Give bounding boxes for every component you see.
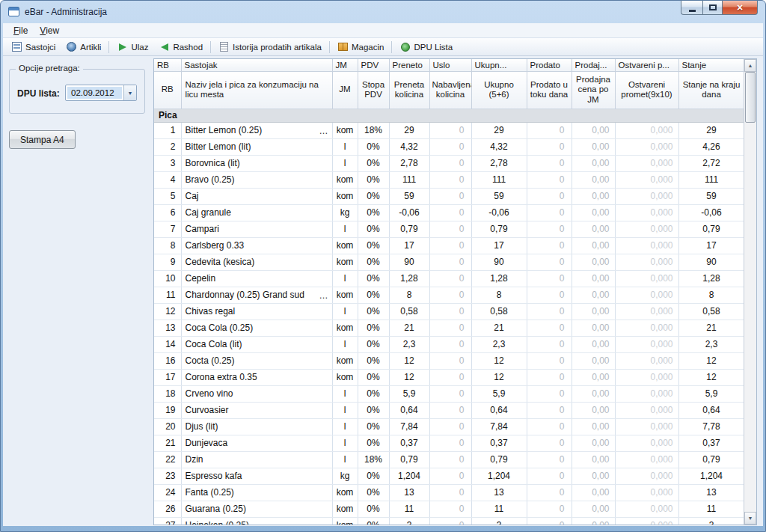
table-row[interactable]: 24 Fanta (0.25) kom 0% 13 0 13 0 0,00 0,… <box>154 484 744 501</box>
cell-prodato: 0 <box>527 336 572 352</box>
table-row[interactable]: 10 Cepelin l 0% 1,28 0 1,28 0 0,00 0,000… <box>154 270 744 287</box>
cell-name-text: Caj <box>186 191 199 201</box>
toolbar-button-artikli[interactable]: Artikli <box>61 39 106 55</box>
cell-jm: kom <box>332 517 358 525</box>
scroll-up-button[interactable]: ▲ <box>744 59 756 72</box>
table-row[interactable]: 16 Cocta (0.25) kom 0% 12 0 12 0 0,00 0,… <box>154 352 744 369</box>
cell-uslo: 0 <box>429 468 471 484</box>
cell-prodato: 0 <box>527 435 572 451</box>
print-a4-button[interactable]: Stampa A4 <box>9 130 76 149</box>
table-row[interactable]: 21 Dunjevaca l 0% 0,37 0 0,37 0 0,00 0,0… <box>154 435 744 451</box>
table-row[interactable]: 20 Djus (lit) l 0% 7,84 0 7,84 0 0,00 0,… <box>154 418 744 435</box>
toolbar-label-sastojci: Sastojci <box>25 43 55 52</box>
cell-name-text: Heineken (0.25) <box>186 520 249 525</box>
cell-ukupno: 13 <box>471 484 527 501</box>
toolbar-button-ulaz[interactable]: Ulaz <box>111 39 153 55</box>
cell-preneto: 2,78 <box>389 155 429 171</box>
table-row[interactable]: 2 Bitter Lemon (lit) l 0% 4,32 0 4,32 0 … <box>154 138 744 155</box>
column-subheader-jm: JM <box>332 71 358 108</box>
table-row[interactable]: 13 Coca Cola (0.25) kom 0% 21 0 21 0 0,0… <box>154 319 744 336</box>
cell-pdv: 0% <box>358 336 389 352</box>
vertical-scrollbar[interactable]: ▲ ▼ <box>744 59 756 525</box>
table-row[interactable]: 19 Curvoasier l 0% 0,64 0 0,64 0 0,00 0,… <box>154 402 744 418</box>
cell-name-text: Bitter Lemon (lit) <box>186 141 251 152</box>
toolbar-button-istorija[interactable]: Istorija prodatih artikala <box>213 39 327 55</box>
dpu-list-icon <box>399 41 411 52</box>
cell-ostvareni: 0,000 <box>615 468 678 484</box>
cell-name: Corona extra 0.35 <box>181 369 332 385</box>
table-row[interactable]: 17 Corona extra 0.35 kom 0% 12 0 12 0 0,… <box>154 369 744 385</box>
table-row[interactable]: 4 Bravo (0.25) kom 0% 111 0 111 0 0,00 0… <box>154 171 744 188</box>
column-header-ukupno[interactable]: Ukupn... <box>471 59 527 71</box>
cell-prodato: 0 <box>527 385 572 402</box>
cell-ostvareni: 0,000 <box>615 171 678 188</box>
column-header-pdv[interactable]: PDV <box>358 59 389 71</box>
menu-file[interactable]: File <box>7 24 34 37</box>
cell-prodato: 0 <box>527 138 572 155</box>
column-header-prodajna[interactable]: Prodaj... <box>572 59 615 71</box>
arrow-right-icon <box>117 41 128 52</box>
table-row[interactable]: 5 Caj kom 0% 59 0 59 0 0,00 0,000 59 <box>154 188 744 204</box>
menu-view[interactable]: View <box>34 24 65 37</box>
scrollbar-thumb[interactable] <box>745 72 756 123</box>
table-row[interactable]: 18 Crveno vino l 0% 5,9 0 5,9 0 0,00 0,0… <box>154 385 744 402</box>
cell-rb: 10 <box>154 270 181 287</box>
table-row[interactable]: 8 Carlsberg 0.33 kom 0% 17 0 17 0 0,00 0… <box>154 237 744 254</box>
table-row[interactable]: 7 Campari l 0% 0,79 0 0,79 0 0,00 0,000 … <box>154 221 744 237</box>
cell-name-text: Djus (lit) <box>186 421 218 432</box>
minimize-button[interactable] <box>681 1 702 15</box>
table-row[interactable]: 3 Borovnica (lit) l 0% 2,78 0 2,78 0 0,0… <box>154 155 744 171</box>
cell-rb: 23 <box>154 468 181 484</box>
column-header-ostvareni[interactable]: Ostvareni p... <box>615 59 678 71</box>
column-header-stanje[interactable]: Stanje <box>678 59 744 71</box>
table-row[interactable]: 26 Guarana (0.25) kom 0% 11 0 11 0 0,00 … <box>154 501 744 517</box>
cell-jm: l <box>332 435 358 451</box>
table-row[interactable]: 27 Heineken (0.25) kom 0% 3 0 3 0 0,00 0… <box>154 517 744 525</box>
cell-ostvareni: 0,000 <box>615 517 678 525</box>
maximize-button[interactable] <box>702 1 723 15</box>
cell-pdv: 0% <box>358 221 389 237</box>
column-header-jm[interactable]: JM <box>332 59 358 71</box>
scroll-down-button[interactable]: ▼ <box>744 512 756 525</box>
table-row[interactable]: 12 Chivas regal l 0% 0,58 0 0,58 0 0,00 … <box>154 303 744 319</box>
column-header-rb[interactable]: RB <box>154 59 181 71</box>
client-area: File View Sastojci Artikli Ulaz Rashod <box>3 23 763 526</box>
cell-prodajna: 0,00 <box>572 122 615 138</box>
toolbar-button-magacin[interactable]: Magacin <box>332 39 389 55</box>
column-header-prodato[interactable]: Prodato <box>527 59 572 71</box>
scrollbar-track[interactable] <box>744 123 756 512</box>
table-row[interactable]: 23 Espresso kafa kg 0% 1,204 0 1,204 0 0… <box>154 468 744 484</box>
toolbar-button-dpu-lista[interactable]: DPU Lista <box>394 39 458 55</box>
combo-dropdown-button[interactable]: ▼ <box>123 85 136 100</box>
cell-name: Heineken (0.25) <box>181 517 332 525</box>
title-bar[interactable]: eBar - Administracija × <box>1 1 765 23</box>
cell-rb: 16 <box>154 352 181 369</box>
column-header-preneto[interactable]: Preneto <box>389 59 429 71</box>
column-header-uslo[interactable]: Uslo <box>429 59 471 71</box>
app-window: eBar - Administracija × File View Sastoj… <box>0 0 766 532</box>
cell-uslo: 0 <box>429 385 471 402</box>
toolbar-button-sastojci[interactable]: Sastojci <box>6 39 61 55</box>
cell-prodajna: 0,00 <box>572 517 615 525</box>
cell-prodajna: 0,00 <box>572 352 615 369</box>
cell-ukupno: 12 <box>471 369 527 385</box>
cell-jm: kom <box>332 369 358 385</box>
cell-pdv: 18% <box>358 451 389 468</box>
table-row[interactable]: 22 Dzin l 18% 0,79 0 0,79 0 0,00 0,000 0… <box>154 451 744 468</box>
cell-ostvareni: 0,000 <box>615 418 678 435</box>
toolbar-button-rashod[interactable]: Rashod <box>153 39 208 55</box>
cell-prodato: 0 <box>527 352 572 369</box>
dpu-date-combobox[interactable]: 02.09.2012 ▼ <box>65 85 137 101</box>
cell-name-text: Campari <box>186 224 219 234</box>
table-row[interactable]: 6 Caj granule kg 0% -0,06 0 -0,06 0 0,00… <box>154 204 744 221</box>
table-row[interactable]: 11 Chardonnay (0.25) Grand sud … kom 0% … <box>154 287 744 303</box>
table-row[interactable]: 1 Bitter Lemon (0.25) … kom 18% 29 0 29 … <box>154 122 744 138</box>
group-row-pica[interactable]: Pica <box>154 108 744 122</box>
cell-preneto: 11 <box>389 501 429 517</box>
cell-prodato: 0 <box>527 237 572 254</box>
close-button[interactable]: × <box>723 1 758 15</box>
table-row[interactable]: 14 Coca Cola (lit) l 0% 2,3 0 2,3 0 0,00… <box>154 336 744 352</box>
cell-prodajna: 0,00 <box>572 468 615 484</box>
table-row[interactable]: 9 Cedevita (kesica) kom 0% 90 0 90 0 0,0… <box>154 254 744 270</box>
column-header-sastojak[interactable]: Sastojak <box>181 59 332 71</box>
